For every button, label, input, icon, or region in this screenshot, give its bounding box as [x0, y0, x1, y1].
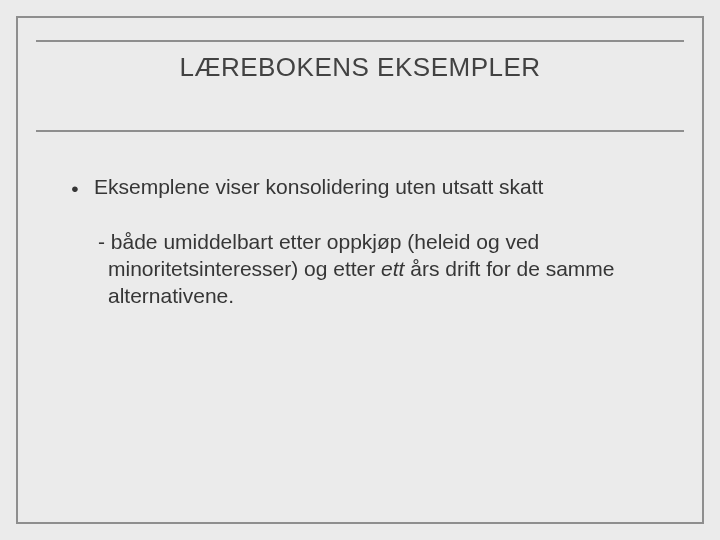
- bullet-marker: •: [70, 174, 80, 203]
- sub-paragraph: - både umiddelbart etter oppkjøp (heleid…: [70, 229, 662, 310]
- slide: LÆREBOKENS EKSEMPLER • Eksemplene viser …: [0, 0, 720, 540]
- bullet-item: • Eksemplene viser konsolidering uten ut…: [70, 174, 662, 203]
- title-rule-top: [36, 40, 684, 42]
- content-area: • Eksemplene viser konsolidering uten ut…: [70, 174, 662, 310]
- sub-text-italic: ett: [381, 257, 404, 280]
- slide-frame: LÆREBOKENS EKSEMPLER • Eksemplene viser …: [16, 16, 704, 524]
- slide-title: LÆREBOKENS EKSEMPLER: [179, 52, 540, 82]
- title-rule-bottom: [36, 130, 684, 132]
- title-block: LÆREBOKENS EKSEMPLER: [18, 52, 702, 83]
- bullet-text: Eksemplene viser konsolidering uten utsa…: [94, 174, 662, 203]
